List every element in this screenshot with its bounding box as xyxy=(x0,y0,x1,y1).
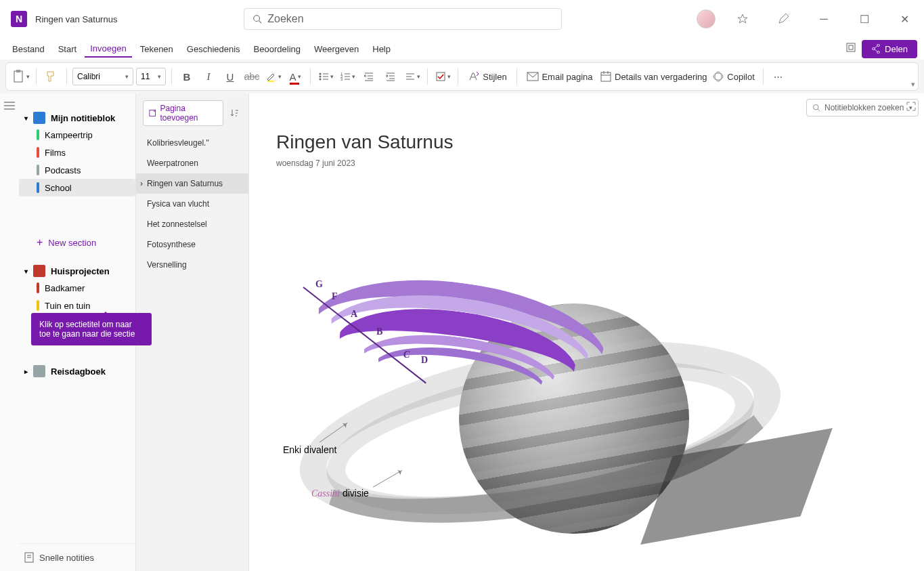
menu-tekenen[interactable]: Tekenen xyxy=(135,41,179,57)
menubar: Bestand Start Invoegen Tekenen Geschiede… xyxy=(0,38,924,60)
numbering-button[interactable]: 123▾ xyxy=(338,67,357,86)
menu-bestand[interactable]: Bestand xyxy=(7,41,50,57)
premium-icon[interactable] xyxy=(729,8,756,30)
font-selector[interactable]: Calibri▾ xyxy=(72,68,133,85)
svg-point-7 xyxy=(319,73,321,75)
outdent-button[interactable] xyxy=(359,67,378,86)
page-date: woensdag 7 juni 2023 xyxy=(276,158,355,168)
section-podcasts[interactable]: Podcasts xyxy=(19,161,135,179)
pen-icon[interactable] xyxy=(770,8,797,30)
svg-text:3: 3 xyxy=(340,77,343,81)
svg-point-42 xyxy=(814,105,819,110)
svg-rect-5 xyxy=(16,70,20,72)
fullscreen-toggle[interactable] xyxy=(906,102,916,114)
main-area: ▾ Mijn notitieblok Kampeertrip Films Pod… xyxy=(0,93,924,571)
styles-button[interactable]: Stijlen xyxy=(464,67,511,86)
notebook-mijn-notitieblok[interactable]: ▾ Mijn notitieblok xyxy=(19,110,135,126)
maximize-button[interactable]: ☐ xyxy=(851,8,878,30)
share-label: Delen xyxy=(885,44,908,54)
notebooks-search[interactable]: Notitieblokken zoeken ▾ xyxy=(806,99,919,117)
svg-rect-41 xyxy=(150,110,156,117)
quick-notes-icon xyxy=(24,552,34,563)
page-item[interactable]: Kolibriesvleugel." xyxy=(136,133,248,153)
ring-label-f: F xyxy=(332,291,338,302)
ribbon: ▾ Calibri▾ 11▾ B I U abc ▾ A▾ ▾ 123▾ ▾ ▾… xyxy=(5,62,919,91)
chevron-down-icon: ▾ xyxy=(24,268,28,275)
strikethrough-button[interactable]: abc xyxy=(242,67,261,86)
bullets-button[interactable]: ▾ xyxy=(316,67,335,86)
todo-tag-button[interactable]: ▾ xyxy=(433,67,452,86)
global-search[interactable]: Zoeken xyxy=(244,8,562,30)
menu-help[interactable]: Help xyxy=(367,41,396,57)
italic-button[interactable]: I xyxy=(199,67,218,86)
highlight-button[interactable]: ▾ xyxy=(264,67,283,86)
open-in-window-icon[interactable] xyxy=(845,42,856,56)
share-icon xyxy=(871,44,881,54)
svg-point-0 xyxy=(254,16,260,22)
quick-notes[interactable]: Snelle notities xyxy=(19,543,135,571)
align-button[interactable]: ▾ xyxy=(403,67,422,86)
meeting-details-button[interactable]: Details van vergadering xyxy=(600,67,707,86)
add-page-button[interactable]: Pagina toevoegen xyxy=(143,100,223,126)
bold-button[interactable]: B xyxy=(177,67,196,86)
page-item[interactable]: Het zonnestelsel xyxy=(136,214,248,234)
menu-invoegen[interactable]: Invoegen xyxy=(85,41,132,58)
email-page-button[interactable]: Email pagina xyxy=(523,67,597,86)
window-title: Ringen van Saturnus xyxy=(35,14,117,24)
menu-beoordeling[interactable]: Beoordeling xyxy=(248,41,306,57)
section-school[interactable]: School xyxy=(19,179,135,196)
close-button[interactable]: ✕ xyxy=(892,8,919,30)
sort-icon xyxy=(230,109,238,117)
svg-rect-2 xyxy=(847,43,855,51)
indent-button[interactable] xyxy=(381,67,400,86)
section-kampeertrip[interactable]: Kampeertrip xyxy=(19,126,135,144)
page-item[interactable]: Versnelling xyxy=(136,255,248,275)
new-section-1[interactable]: +New section xyxy=(19,233,135,252)
page-item[interactable]: Fysica van vlucht xyxy=(136,194,248,214)
font-color-button[interactable]: A▾ xyxy=(286,67,305,86)
section-badkamer[interactable]: Badkamer xyxy=(19,279,135,297)
chevron-right-icon: ▸ xyxy=(24,368,28,375)
ribbon-expand[interactable]: ▾ xyxy=(911,80,915,89)
share-button[interactable]: Delen xyxy=(862,40,917,58)
page-list: Pagina toevoegen Kolibriesvleugel." Weer… xyxy=(135,93,249,571)
search-icon xyxy=(812,104,820,112)
user-avatar[interactable] xyxy=(697,9,716,28)
sort-pages-button[interactable] xyxy=(227,100,242,126)
svg-point-9 xyxy=(319,76,321,78)
copilot-button[interactable]: Copilot xyxy=(710,67,757,86)
notebook-reisdagboek[interactable]: ▸ Reisdagboek xyxy=(19,362,135,381)
notebook-huisprojecten[interactable]: ▾ Huisprojecten xyxy=(19,263,135,279)
paste-button[interactable]: ▾ xyxy=(12,67,30,86)
page-item[interactable]: Weerpatronen xyxy=(136,153,248,173)
annotation-enki: Enki divalent xyxy=(283,444,336,455)
minimize-button[interactable]: ─ xyxy=(810,8,837,30)
ring-label-a: A xyxy=(351,309,357,320)
search-icon xyxy=(252,14,262,24)
menu-start[interactable]: Start xyxy=(53,41,82,57)
more-button[interactable]: ⋯ xyxy=(769,67,788,86)
format-painter-button[interactable] xyxy=(42,67,61,86)
page-item[interactable]: Fotosynthese xyxy=(136,234,248,255)
notebook-icon xyxy=(33,112,45,124)
svg-line-43 xyxy=(818,109,820,111)
page-item-active[interactable]: Ringen van Saturnus xyxy=(136,173,248,194)
page-canvas[interactable]: Notitieblokken zoeken ▾ Ringen van Satur… xyxy=(249,93,924,571)
svg-line-1 xyxy=(259,21,262,24)
titlebar: N Ringen van Saturnus Zoeken ─ ☐ ✕ xyxy=(0,0,924,38)
menu-geschiedenis[interactable]: Geschiedenis xyxy=(181,41,246,57)
hamburger-toggle[interactable] xyxy=(0,93,19,571)
svg-rect-4 xyxy=(14,71,22,82)
svg-rect-32 xyxy=(601,72,611,81)
page-title[interactable]: Ringen van Saturnus xyxy=(276,131,454,153)
section-tuin[interactable]: Tuin en tuin xyxy=(19,297,135,314)
menu-weergeven[interactable]: Weergeven xyxy=(309,41,364,57)
svg-rect-30 xyxy=(437,72,445,81)
search-placeholder: Zoeken xyxy=(267,13,303,25)
annotation-cassini: Cassini divisie xyxy=(311,488,369,499)
title-controls: ─ ☐ ✕ xyxy=(697,8,919,30)
underline-button[interactable]: U xyxy=(221,67,240,86)
section-films[interactable]: Films xyxy=(19,144,135,161)
chevron-down-icon: ▾ xyxy=(24,114,28,122)
font-size-selector[interactable]: 11▾ xyxy=(136,68,166,85)
